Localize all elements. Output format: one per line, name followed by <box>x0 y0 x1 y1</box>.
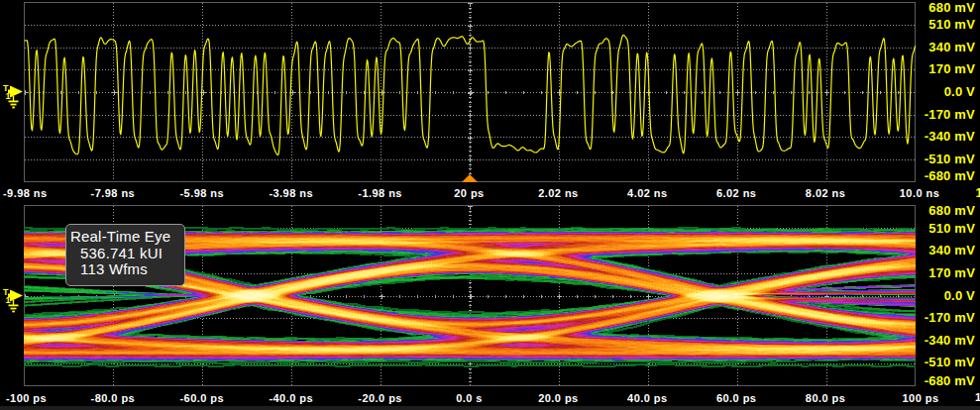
svg-text:1: 1 <box>6 295 11 305</box>
svg-text:1: 1 <box>6 91 11 101</box>
